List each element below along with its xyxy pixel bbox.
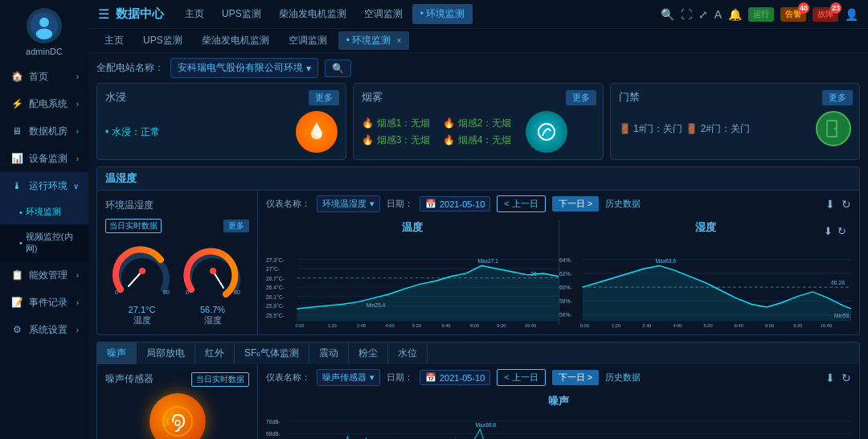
dual-chart: 温度 27.3°C- 27°C- (258, 217, 859, 334)
card-water-more[interactable]: 更多 (309, 90, 339, 105)
noise-tab-sf6[interactable]: SF₆气体监测 (235, 343, 309, 364)
svg-text:8:00: 8:00 (765, 323, 774, 328)
noise-date-select[interactable]: 📅 2021-05-10 (420, 370, 490, 385)
smoke-icon-circle (526, 111, 567, 153)
nav-datacenter[interactable]: 🖥 数据机房 › (0, 117, 88, 145)
noise-tab-ir[interactable]: 红外 (195, 343, 235, 364)
svg-point-11 (210, 268, 216, 274)
card-door-title: 门禁 (619, 90, 851, 105)
tab-ups[interactable]: UPS监测 (135, 31, 190, 50)
refresh-icon[interactable]: ↻ (841, 198, 851, 211)
search-icon[interactable]: 🔍 (661, 8, 674, 21)
header-nav-ups[interactable]: UPS监测 (214, 4, 269, 24)
gauge-panel: 环境温湿度 当日实时数据 更多 (97, 191, 258, 334)
card-water: 水浸 更多 • 水浸：正常 (96, 83, 346, 160)
temp-chart: 温度 27.3°C- 27°C- (266, 220, 559, 325)
svg-text:0: 0 (115, 289, 118, 295)
header-nav-ac[interactable]: 空调监测 (356, 4, 411, 24)
tab-env[interactable]: • 环境监测 × (338, 31, 410, 50)
svg-text:64%-: 64%- (559, 257, 572, 263)
temp-gauge-label: 温度 (111, 314, 174, 326)
expand-icon[interactable]: ⤢ (698, 8, 708, 21)
tab-home[interactable]: 主页 (96, 31, 132, 50)
temp-more-btn[interactable]: 更多 (223, 220, 249, 232)
tab-diesel[interactable]: 柴油发电机监测 (194, 31, 277, 50)
card-smoke-title: 烟雾 (362, 90, 594, 105)
nav-power-label: 配电系统 (29, 97, 68, 111)
station-value: 安科瑞电气股份有限公司环境 (178, 61, 303, 75)
noise-download-icon[interactable]: ⬇ (825, 371, 835, 384)
nav-powermgmt[interactable]: 📋 能效管理 › (0, 261, 88, 289)
noise-tab-noise[interactable]: 噪声 (97, 343, 137, 364)
noise-date-label: 日期： (387, 371, 413, 384)
gauge-panel-badge-row: 当日实时数据 更多 (105, 219, 249, 233)
instrument-select[interactable]: 环境温湿度 ▾ (317, 195, 380, 212)
prev-day-btn[interactable]: < 上一日 (497, 195, 545, 212)
card-smoke-more[interactable]: 更多 (566, 90, 596, 105)
noise-section: 噪声 局部放电 红外 SF₆气体监测 震动 粉尘 水位 噪声传感器 当日实时数据 (88, 342, 868, 439)
fullscreen-icon[interactable]: ⛶ (681, 8, 692, 21)
smoke-item-1: 🔥 烟感1：无烟 (362, 117, 430, 130)
nav-runtime[interactable]: 🌡 运行环境 ∨ (0, 172, 88, 199)
svg-text:26.1°C-: 26.1°C- (266, 294, 285, 300)
temp-gauge-value: 27.1°C (111, 305, 174, 314)
svg-text:27.3°C-: 27.3°C- (266, 257, 285, 263)
noise-prev-btn[interactable]: < 上一日 (497, 369, 545, 386)
font-icon[interactable]: A (714, 8, 722, 21)
station-search-btn[interactable]: 🔍 (325, 59, 351, 77)
noise-instrument-value: 噪声传感器 (322, 371, 366, 384)
smoke-grid: 🔥 烟感1：无烟 🔥 烟感2：无烟 🔥 烟感3：无烟 🔥 烟感4：无烟 (362, 117, 511, 147)
menu-icon[interactable]: ☰ (98, 6, 109, 22)
nav-home-arrow: › (76, 72, 79, 81)
humid-download-icon[interactable]: ⬇ (824, 225, 833, 237)
tab-env-close[interactable]: × (397, 36, 402, 45)
noise-tab-vibration[interactable]: 震动 (309, 343, 349, 364)
nav-events[interactable]: 📝 事件记录 › (0, 289, 88, 316)
header-nav-env[interactable]: • 环境监测 (412, 4, 473, 24)
header-nav-diesel[interactable]: 柴油发电机监测 (271, 4, 354, 24)
history-link[interactable]: 历史数据 (605, 198, 641, 210)
svg-text:Min25.4: Min25.4 (366, 302, 386, 308)
humid-refresh-icon[interactable]: ↻ (837, 225, 846, 237)
nav-runtime-arrow: ∨ (73, 182, 79, 191)
badge-fault: 故障23 (813, 7, 838, 22)
nav-envmon[interactable]: 环境监测 (0, 199, 88, 224)
station-select[interactable]: 安科瑞电气股份有限公司环境 ▾ (170, 58, 318, 78)
date-select-value: 2021-05-10 (440, 199, 485, 209)
noise-history-link[interactable]: 历史数据 (605, 371, 641, 384)
svg-text:62%-: 62%- (559, 271, 572, 277)
download-icon[interactable]: ⬇ (825, 198, 835, 211)
svg-text:Max88.6: Max88.6 (476, 422, 497, 428)
card-door-more[interactable]: 更多 (822, 90, 853, 105)
nav-videomon[interactable]: 视频监控(内网) (0, 224, 88, 261)
humid-chart: 湿度 64%- 62%- 60%- 58%- (559, 220, 851, 325)
nav-settings[interactable]: ⚙ 系统设置 › (0, 316, 88, 343)
noise-tab-dust[interactable]: 粉尘 (349, 343, 388, 364)
tab-ac[interactable]: 空调监测 (280, 31, 335, 50)
next-day-btn[interactable]: 下一日 > (552, 196, 599, 211)
header-nav-home[interactable]: 主页 (177, 4, 212, 24)
noise-tab-partial[interactable]: 局部放电 (137, 343, 195, 364)
noise-right: 仪表名称： 噪声传感器 ▾ 日期： 📅 2021-05-10 < 上一日 下一日… (258, 364, 859, 439)
svg-point-7 (139, 268, 145, 274)
noise-instrument-select[interactable]: 噪声传感器 ▾ (317, 369, 380, 386)
svg-text:56%-: 56%- (559, 312, 572, 318)
nav-power[interactable]: ⚡ 配电系统 › (0, 90, 88, 117)
door-item-1: 🚪 1#门：关门 (619, 122, 683, 136)
noise-next-btn[interactable]: 下一日 > (552, 370, 599, 385)
card-smoke: 烟雾 更多 🔥 烟感1：无烟 🔥 烟感2：无烟 🔥 烟感3：无烟 🔥 烟感4：无… (353, 83, 603, 160)
instrument-select-value: 环境温湿度 (322, 198, 366, 210)
nav-devicemon[interactable]: 📊 设备监测 › (0, 145, 88, 172)
fault-count: 23 (830, 2, 841, 14)
noise-select-arrow: ▾ (370, 372, 375, 383)
svg-text:2:40: 2:40 (642, 323, 651, 328)
date-select[interactable]: 📅 2021-05-10 (420, 196, 490, 211)
nav-home[interactable]: 🏠 首页 › (0, 63, 88, 90)
user-icon[interactable]: 👤 (845, 8, 858, 21)
smoke-item-3: 🔥 烟感3：无烟 (362, 133, 430, 147)
bell-icon[interactable]: 🔔 (728, 8, 742, 21)
noise-tab-water[interactable]: 水位 (388, 343, 428, 364)
noise-refresh-icon[interactable]: ↻ (841, 371, 851, 384)
noise-left-title: 噪声传感器 (105, 372, 154, 386)
settings-icon: ⚙ (10, 322, 24, 337)
